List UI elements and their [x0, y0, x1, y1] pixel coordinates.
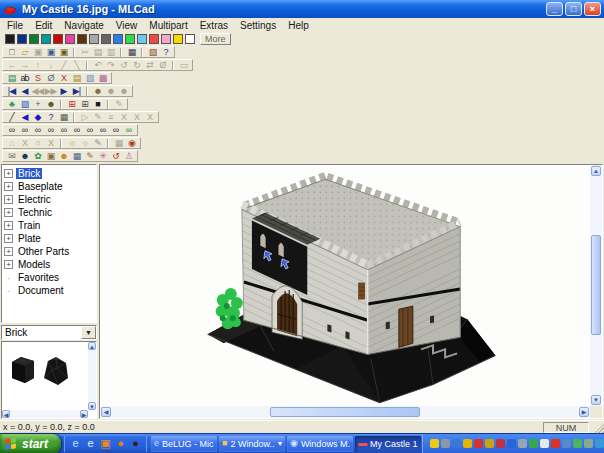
tray-icon[interactable]	[562, 439, 571, 448]
tray-icon[interactable]	[595, 439, 604, 448]
rotate-free-icon[interactable]: Ø	[156, 60, 169, 70]
tray-icon[interactable]	[551, 439, 560, 448]
color-swatch-8[interactable]	[101, 34, 111, 44]
spring-tool-icon[interactable]: ♙	[122, 151, 135, 161]
draw-grid-icon[interactable]: ▦	[57, 112, 70, 122]
tray-icon[interactable]	[485, 439, 494, 448]
view-3d-c-icon[interactable]: ∞	[109, 125, 122, 135]
chevron-down-icon[interactable]: ▼	[81, 326, 96, 339]
tree-item-models[interactable]: +Models	[3, 258, 96, 271]
scroll-down-icon[interactable]	[88, 402, 96, 410]
draw-condline-icon[interactable]: ?	[44, 112, 57, 122]
view-front-icon[interactable]: ∞	[5, 125, 18, 135]
copy-icon[interactable]: ▤	[91, 47, 104, 57]
task-2-windows[interactable]: ■2 Window...▾	[219, 436, 285, 452]
color-swatch-14[interactable]	[173, 34, 183, 44]
expand-plus-icon[interactable]: +	[4, 195, 13, 204]
media-app-icon[interactable]: ●	[129, 437, 142, 451]
preview-hscroll[interactable]	[2, 410, 88, 418]
task-my-castle[interactable]: ▬My Castle 1...	[355, 436, 421, 452]
color-swatch-3[interactable]	[41, 34, 51, 44]
delete-part-icon[interactable]: X	[57, 73, 70, 83]
tray-icon[interactable]	[474, 439, 483, 448]
first-step-icon[interactable]: |◀	[5, 86, 18, 96]
view-3d-a-icon[interactable]: ∞	[83, 125, 96, 135]
orange-app-icon[interactable]: ▣	[99, 437, 112, 451]
more-colors-button[interactable]: More	[200, 33, 231, 45]
scroll-up-icon[interactable]	[591, 166, 601, 176]
generator-icon[interactable]: ✿	[31, 151, 44, 161]
view-back-icon[interactable]: ∞	[18, 125, 31, 135]
fig-head-icon[interactable]: ☻	[57, 151, 70, 161]
tray-icon[interactable]	[573, 439, 582, 448]
tray-icon[interactable]	[496, 439, 505, 448]
tray-icon[interactable]	[441, 439, 450, 448]
menu-help[interactable]: Help	[282, 19, 315, 32]
grid-coarse-icon[interactable]: ⊞	[65, 99, 78, 109]
open-file-icon[interactable]: ▱	[18, 47, 31, 57]
vscroll-thumb[interactable]	[591, 235, 601, 335]
send-mail-icon[interactable]: ✉	[5, 151, 18, 161]
forward-icon[interactable]: ▶▶	[44, 86, 57, 96]
viewport-canvas[interactable]	[101, 166, 590, 406]
color-swatch-7[interactable]	[89, 34, 99, 44]
last-step-icon[interactable]: ▶|	[70, 86, 83, 96]
menu-edit[interactable]: Edit	[29, 19, 58, 32]
next-step-icon[interactable]: ▶	[57, 86, 70, 96]
rotate-y-right-icon[interactable]: ↻	[130, 60, 143, 70]
box-tool-icon[interactable]: ▣	[44, 151, 57, 161]
color-swatch-1[interactable]	[17, 34, 27, 44]
move-left-icon[interactable]: ←	[5, 60, 18, 70]
maximize-button[interactable]: □	[565, 2, 582, 16]
move-right-icon[interactable]: →	[18, 60, 31, 70]
edit-mode-icon[interactable]: ✎	[112, 99, 125, 109]
tree-item-train[interactable]: +Train	[3, 219, 96, 232]
prev-step-icon[interactable]: ◀	[18, 86, 31, 96]
menu-multipart[interactable]: Multipart	[143, 19, 193, 32]
scroll-left-icon[interactable]	[101, 407, 111, 417]
close-button[interactable]: ×	[584, 2, 601, 16]
snap-icon[interactable]: ▭	[177, 60, 190, 70]
move-up-icon[interactable]: ↑	[31, 60, 44, 70]
color-swatch-11[interactable]	[137, 34, 147, 44]
internet-explorer-icon[interactable]: e	[69, 437, 82, 451]
ray-trace-icon[interactable]: ○	[31, 138, 44, 148]
tray-icon[interactable]	[507, 439, 516, 448]
draw-line-icon[interactable]: ╱	[5, 112, 18, 122]
color-swatch-9[interactable]	[113, 34, 123, 44]
shading-icon[interactable]: ⌂	[5, 138, 18, 148]
minifig-icon[interactable]: ☻	[18, 151, 31, 161]
grid-off-icon[interactable]: ■	[91, 99, 104, 109]
rotate-x-right-icon[interactable]: ↷	[104, 60, 117, 70]
task-windows-media[interactable]: ◉Windows M...	[287, 436, 353, 452]
color-swatch-5[interactable]	[65, 34, 75, 44]
move-down-icon[interactable]: ↓	[44, 60, 57, 70]
walk-back-icon[interactable]: ☻	[117, 86, 130, 96]
expand-plus-icon[interactable]: +	[4, 260, 13, 269]
light-edit-icon[interactable]: ✎	[91, 138, 104, 148]
part-group-icon[interactable]: ▧	[83, 73, 96, 83]
expand-plus-icon[interactable]: +	[4, 182, 13, 191]
save-file-icon[interactable]: ▣	[31, 47, 44, 57]
tray-icon[interactable]	[430, 439, 439, 448]
expand-plus-icon[interactable]: +	[4, 247, 13, 256]
no-shading-icon[interactable]: X	[18, 138, 31, 148]
ghost-part-icon[interactable]: Ø	[44, 73, 57, 83]
step-marker-icon[interactable]: S	[31, 73, 44, 83]
expand-plus-icon[interactable]: +	[4, 169, 13, 178]
preview-vscroll[interactable]	[88, 342, 96, 410]
tree-item-plate[interactable]: +Plate	[3, 232, 96, 245]
color-swatch-4[interactable]	[53, 34, 63, 44]
menu-view[interactable]: View	[110, 19, 144, 32]
menu-file[interactable]: File	[1, 19, 29, 32]
color-swatch-2[interactable]	[29, 34, 39, 44]
rotate-y-left-icon[interactable]: ↺	[117, 60, 130, 70]
render-grid-icon[interactable]: ▦	[112, 138, 125, 148]
scroll-right-icon[interactable]	[579, 407, 589, 417]
group-chevron-icon[interactable]: ▾	[278, 439, 282, 448]
flower-tool-icon[interactable]: ✳	[96, 151, 109, 161]
view-top-icon[interactable]: ∞	[57, 125, 70, 135]
view-bottom-icon[interactable]: ∞	[70, 125, 83, 135]
tree-item-technic[interactable]: +Technic	[3, 206, 96, 219]
hscroll-thumb[interactable]	[270, 407, 420, 417]
